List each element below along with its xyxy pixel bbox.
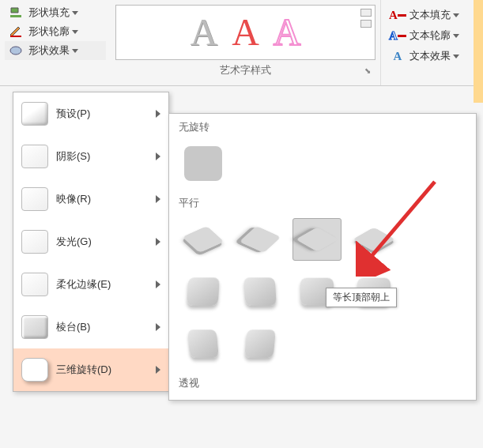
text-effects-icon: A — [389, 49, 406, 63]
effects-icon — [8, 43, 25, 58]
shape-fill-button[interactable]: 形状填充 — [5, 3, 106, 22]
soft-edges-icon — [21, 273, 48, 296]
effects-preset-label: 预设(P) — [56, 107, 90, 121]
right-panel-edge — [474, 0, 483, 103]
chevron-down-icon — [72, 11, 78, 15]
wordart-style-2[interactable]: A — [232, 13, 259, 51]
effects-glow[interactable]: 发光(G) — [13, 220, 168, 263]
rotation-none[interactable] — [179, 142, 228, 185]
rotation-parallel-6[interactable] — [236, 270, 285, 313]
effects-shadow[interactable]: 阴影(S) — [13, 135, 168, 178]
shape-effects-label: 形状效果 — [28, 43, 70, 58]
text-outline-icon: A — [389, 28, 406, 43]
rotation-parallel-2[interactable] — [236, 218, 285, 261]
effects-3d-rotation-label: 三维旋转(D) — [56, 363, 111, 377]
perspective-header: 透视 — [169, 370, 476, 393]
rotation-3d-gallery: 无旋转 平行 透视 — [168, 113, 477, 401]
shape-effects-button[interactable]: 形状效果 — [5, 41, 106, 60]
svg-rect-0 — [10, 15, 21, 17]
text-outline-label: 文本轮廓 — [409, 28, 451, 43]
reflection-icon — [21, 187, 48, 211]
shape-fill-label: 形状填充 — [28, 6, 70, 20]
bevel-icon — [21, 315, 48, 339]
text-fill-button[interactable]: A 文本填充 — [387, 5, 477, 25]
chevron-right-icon — [156, 323, 160, 331]
chevron-right-icon — [156, 195, 160, 203]
effects-shadow-label: 阴影(S) — [56, 149, 90, 164]
chevron-right-icon — [156, 238, 160, 246]
effects-glow-label: 发光(G) — [56, 235, 92, 249]
rotation-3d-icon — [21, 358, 48, 382]
format-ribbon: 形状填充 形状轮廓 形状效果 A A A 艺术字样式 ⬊ A 文本填充 — [0, 0, 483, 86]
effects-3d-rotation[interactable]: 三维旋转(D) — [13, 348, 168, 391]
wordart-style-3[interactable]: A — [274, 13, 301, 51]
chevron-right-icon — [156, 110, 160, 118]
text-effects-label: 文本效果 — [409, 49, 451, 63]
chevron-right-icon — [156, 152, 160, 160]
chevron-down-icon — [72, 30, 78, 34]
svg-rect-1 — [10, 36, 21, 37]
text-outline-button[interactable]: A 文本轮廓 — [387, 25, 477, 46]
no-rotation-header: 无旋转 — [169, 114, 476, 137]
chevron-down-icon — [453, 34, 459, 38]
effects-reflection-label: 映像(R) — [56, 192, 91, 206]
text-effects-button[interactable]: A 文本效果 — [387, 46, 477, 66]
shape-group: 形状填充 形状轮廓 形状效果 — [0, 0, 111, 85]
rotation-parallel-9[interactable] — [179, 322, 228, 365]
effects-soft-edges[interactable]: 柔化边缘(E) — [13, 263, 168, 306]
rotation-parallel-10[interactable] — [236, 322, 285, 365]
bucket-icon — [8, 6, 25, 20]
shape-outline-label: 形状轮廓 — [28, 24, 70, 39]
effects-bevel[interactable]: 棱台(B) — [13, 306, 168, 348]
wordart-style-1[interactable]: A — [190, 13, 217, 51]
effects-bevel-label: 棱台(B) — [56, 320, 90, 334]
text-fill-label: 文本填充 — [409, 8, 451, 22]
rotation-tooltip: 等长顶部朝上 — [326, 288, 397, 307]
parallel-header: 平行 — [169, 190, 476, 213]
chevron-down-icon — [453, 13, 459, 17]
svg-point-2 — [10, 47, 21, 55]
wordart-styles-group: A A A 艺术字样式 ⬊ — [111, 0, 380, 85]
rotation-parallel-1[interactable] — [179, 218, 228, 261]
effects-reflection[interactable]: 映像(R) — [13, 178, 168, 220]
chevron-right-icon — [156, 280, 160, 288]
preset-icon — [21, 102, 48, 126]
glow-icon — [21, 230, 48, 254]
pen-icon — [8, 24, 25, 39]
effects-soft-edges-label: 柔化边缘(E) — [56, 277, 111, 292]
shadow-icon — [21, 145, 48, 168]
chevron-down-icon — [72, 49, 78, 53]
text-group: A 文本填充 A 文本轮廓 A 文本效果 — [380, 0, 483, 85]
text-fill-icon: A — [389, 8, 406, 22]
chevron-right-icon — [156, 366, 160, 374]
effects-preset[interactable]: 预设(P) — [13, 92, 168, 135]
rotation-parallel-5[interactable] — [179, 270, 228, 313]
shape-effects-menu: 预设(P) 阴影(S) 映像(R) 发光(G) 柔化边缘(E) 棱台(B) 三维… — [13, 92, 169, 392]
wordart-gallery-expand[interactable] — [360, 9, 372, 28]
rotation-parallel-4[interactable] — [349, 218, 398, 261]
wordart-gallery[interactable]: A A A — [115, 5, 375, 60]
rotation-isometric-top-up[interactable] — [292, 218, 341, 261]
dialog-launcher-icon[interactable]: ⬊ — [364, 66, 371, 75]
shape-outline-button[interactable]: 形状轮廓 — [5, 22, 106, 41]
wordart-section-label: 艺术字样式 ⬊ — [115, 60, 375, 81]
chevron-down-icon — [453, 55, 459, 58]
